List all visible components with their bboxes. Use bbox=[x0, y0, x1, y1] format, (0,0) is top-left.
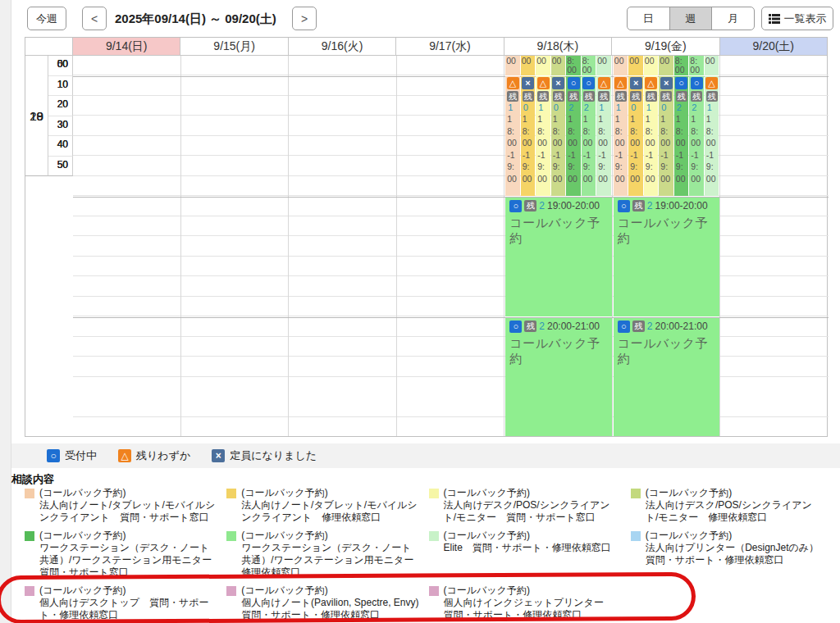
day-columns-area: 000000008: 008: 0000 000000008: 008: 000… bbox=[73, 56, 829, 436]
mini-event[interactable]: × 残 0 1 8: 00 -1 9: 00 bbox=[521, 76, 536, 196]
consult-legend: (コールバック予約) 法人向けノート/タブレット/モバイルシンクライアント 質問… bbox=[25, 487, 833, 621]
status-icon: ○ bbox=[47, 449, 60, 462]
next-week-button[interactable]: > bbox=[292, 7, 317, 30]
circle-icon: ○ bbox=[618, 321, 630, 333]
day-column bbox=[73, 56, 181, 436]
consult-heading: 相談内容 bbox=[11, 472, 54, 487]
status-icon: △ bbox=[507, 77, 519, 89]
day-header[interactable]: 9/20(土) bbox=[720, 38, 827, 55]
consult-item: (コールバック予約) 法人向けノート/タブレット/モバイルシンクライアント 質問… bbox=[25, 487, 226, 524]
view-day-button[interactable]: 日 bbox=[628, 7, 669, 30]
event-title: コールバック予約 bbox=[618, 336, 716, 367]
consult-item-name: ワークステーション（デスク・ノート共通）/ワークステーション用モニター 修理依頼… bbox=[241, 542, 418, 579]
consult-item: (コールバック予約) 法人向けデスク/POS/シンクライアント/モニター 質問・… bbox=[429, 487, 631, 524]
mini-event[interactable]: △ 残 1 1 8: 00 -1 9: 00 bbox=[596, 76, 611, 196]
minute-label: 40 bbox=[48, 136, 73, 157]
mini-event[interactable]: × 残 0 1 8: 00 -1 9: 00 bbox=[659, 76, 673, 196]
circle-icon: ○ bbox=[509, 321, 522, 333]
status-icon: ○ bbox=[675, 77, 687, 89]
day-header[interactable]: 9/17(水) bbox=[396, 38, 504, 55]
zan-badge: 残 bbox=[615, 91, 627, 102]
minute-label: 20 bbox=[48, 96, 73, 116]
color-swatch bbox=[25, 489, 34, 498]
event-tail: 8: 00 bbox=[689, 56, 704, 75]
mini-event[interactable]: ○ 残 2 1 8: 00 -1 9: 00 bbox=[689, 76, 704, 196]
left-gutter-bar bbox=[0, 0, 11, 623]
circle-icon: ○ bbox=[618, 200, 630, 212]
color-swatch bbox=[631, 489, 641, 498]
color-swatch bbox=[25, 531, 34, 541]
zan-badge: 残 bbox=[583, 91, 595, 102]
zan-badge: 残 bbox=[632, 321, 645, 332]
day-header[interactable]: 9/16(火) bbox=[289, 38, 396, 55]
day-column bbox=[720, 56, 829, 436]
color-swatch bbox=[25, 586, 34, 596]
event-time: 1 8: 00 -1 9: 00 bbox=[689, 113, 704, 185]
mini-event[interactable]: △ 残 1 1 8: 00 -1 9: 00 bbox=[614, 76, 628, 196]
status-icon: △ bbox=[598, 77, 610, 89]
event-tail: 00 bbox=[551, 56, 566, 75]
mini-event[interactable]: △ 残 1 1 8: 00 -1 9: 00 bbox=[705, 76, 719, 196]
event-time: 1 8: 00 -1 9: 00 bbox=[582, 113, 596, 185]
consult-item: (コールバック予約) ワークステーション（デスク・ノート共通）/ワークステーショ… bbox=[25, 530, 226, 579]
zan-count: 1 bbox=[705, 102, 719, 113]
consult-item-name: ワークステーション（デスク・ノート共通）/ワークステーション用モニター 質問・サ… bbox=[39, 542, 217, 579]
list-view-button[interactable]: 一覧表示 bbox=[761, 7, 833, 30]
consult-item: (コールバック予約) 個人向けノート(Pavilion, Spectre, En… bbox=[226, 584, 428, 621]
event-tail: 00 bbox=[659, 56, 673, 75]
minute-label: 50 bbox=[48, 157, 73, 177]
consult-item-name: 個人向けデスクトップ 質問・サポート・修理依頼窓口 bbox=[39, 597, 217, 621]
event-title: コールバック予約 bbox=[509, 216, 608, 247]
event-tails-fri: 000000008: 008: 0000 bbox=[614, 56, 720, 75]
day-header[interactable]: 9/19(金) bbox=[612, 38, 719, 55]
minute-label: 10 bbox=[48, 76, 73, 97]
consult-item-name: 法人向けデスク/POS/シンクライアント/モニター 質問・サポート窓口 bbox=[444, 499, 621, 524]
zan-badge: 残 bbox=[630, 91, 641, 102]
zan-count: 2 bbox=[539, 321, 545, 332]
day-header[interactable]: 9/15(月) bbox=[180, 38, 288, 55]
this-week-button[interactable]: 今週 bbox=[27, 7, 66, 30]
list-view-label: 一覧表示 bbox=[784, 11, 827, 26]
callback-event[interactable]: ○ 残 2 20:00-21:00 コールバック予約 bbox=[505, 318, 612, 436]
event-time: 20:00-21:00 bbox=[655, 321, 708, 332]
event-time: 1 8: 00 -1 9: 00 bbox=[659, 113, 673, 185]
prev-week-button[interactable]: < bbox=[82, 7, 107, 30]
event-time: 20:00-21:00 bbox=[547, 321, 600, 332]
view-week-button[interactable]: 週 bbox=[669, 7, 713, 30]
circle-icon: ○ bbox=[509, 200, 522, 212]
calendar-header-row: 9/14(日) 9/15(月) 9/16(火) 9/17(水) 9/18(木) … bbox=[25, 38, 827, 56]
mini-event[interactable]: △ 残 1 1 8: 00 -1 9: 00 bbox=[505, 76, 520, 196]
day-header[interactable]: 9/18(木) bbox=[504, 38, 612, 55]
view-month-button[interactable]: 月 bbox=[712, 7, 754, 30]
event-time: 1 8: 00 -1 9: 00 bbox=[536, 113, 550, 185]
zan-badge: 残 bbox=[660, 91, 672, 102]
mini-event[interactable]: △ 残 1 1 8: 00 -1 9: 00 bbox=[536, 76, 550, 196]
mini-event[interactable]: × 残 0 1 8: 00 -1 9: 00 bbox=[628, 76, 643, 196]
consult-item: (コールバック予約) 法人向けデスク/POS/シンクライアント/モニター 修理依… bbox=[631, 487, 833, 524]
color-swatch bbox=[226, 586, 236, 596]
callback-event[interactable]: ○ 残 2 20:00-21:00 コールバック予約 bbox=[614, 318, 720, 436]
day-header[interactable]: 9/14(日) bbox=[73, 38, 180, 55]
event-tail: 8: 00 bbox=[566, 56, 581, 75]
consult-item-tag: (コールバック予約) bbox=[241, 487, 418, 499]
mini-event[interactable]: ○ 残 2 1 8: 00 -1 9: 00 bbox=[566, 76, 581, 196]
zan-count: 0 bbox=[659, 102, 673, 113]
color-swatch bbox=[429, 586, 439, 596]
mini-event[interactable]: △ 残 1 1 8: 00 -1 9: 00 bbox=[644, 76, 659, 196]
callback-event[interactable]: ○ 残 2 19:00-20:00 コールバック予約 bbox=[505, 198, 612, 316]
consult-item-name: 法人向けノート/タブレット/モバイルシンクライアント 質問・サポート窓口 bbox=[39, 499, 217, 524]
mini-event[interactable]: ○ 残 2 1 8: 00 -1 9: 00 bbox=[582, 76, 596, 196]
zan-count: 2 bbox=[647, 200, 653, 211]
event-tail: 00 bbox=[614, 56, 628, 75]
zan-badge: 残 bbox=[507, 91, 518, 102]
hour-label: 20 bbox=[25, 56, 48, 176]
event-time: 1 8: 00 -1 9: 00 bbox=[596, 113, 611, 185]
mini-event[interactable]: ○ 残 2 1 8: 00 -1 9: 00 bbox=[674, 76, 689, 196]
zan-count: 2 bbox=[647, 321, 653, 332]
mini-event[interactable]: × 残 0 1 8: 00 -1 9: 00 bbox=[551, 76, 566, 196]
callback-event[interactable]: ○ 残 2 19:00-20:00 コールバック予約 bbox=[614, 198, 720, 316]
status-legend-item: × 定員になりました bbox=[212, 448, 317, 463]
status-legend-item: ○ 受付中 bbox=[47, 448, 97, 463]
event-time: 1 8: 00 -1 9: 00 bbox=[551, 113, 566, 185]
day-column bbox=[181, 56, 290, 436]
